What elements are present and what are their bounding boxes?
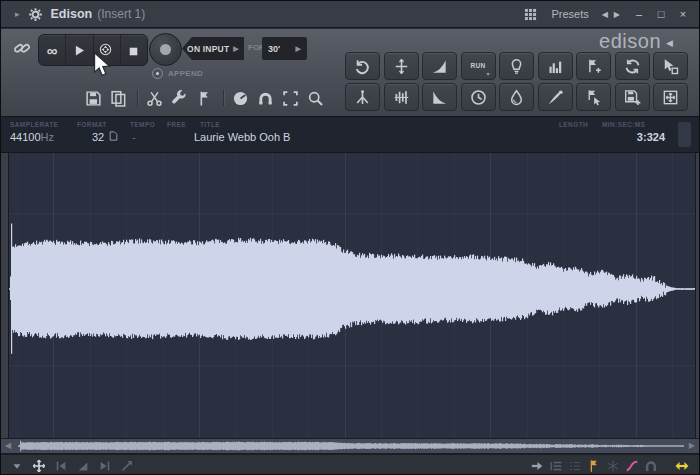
append-label: APPEND [168, 69, 203, 78]
chevron-right-icon: ▶ [296, 45, 301, 53]
reload-sample-button[interactable] [615, 52, 650, 80]
run-script-button[interactable]: RUN▾ [461, 52, 496, 80]
declick-icon[interactable] [605, 458, 620, 473]
normalize-button[interactable] [384, 83, 419, 111]
copy-sample-icon[interactable] [110, 90, 127, 107]
process-tools-grid: RUN▾ [345, 52, 692, 114]
format-label: FORMAT [77, 121, 107, 128]
preset-browser-icon[interactable] [524, 8, 537, 21]
window-subtitle: (Insert 1) [97, 7, 145, 21]
overview-waveform-canvas[interactable] [18, 439, 684, 453]
edison-window: ▸ Edison (Insert 1) Presets ◀ ▶ – □ × ∞ … [0, 0, 700, 475]
record-icon [160, 44, 171, 55]
follow-playback-icon[interactable] [529, 458, 544, 473]
scroll-left-icon[interactable]: ◀ [5, 441, 11, 450]
zoom-tool-icon[interactable] [307, 90, 324, 107]
append-radio[interactable]: APPEND [152, 68, 203, 79]
sample-title-value[interactable]: Laurie Webb Ooh B [194, 131, 290, 143]
send-to-playlist-button[interactable] [653, 83, 688, 111]
edit-tools-strip [85, 88, 332, 108]
pan-tool-icon[interactable] [31, 458, 46, 473]
record-button[interactable] [149, 33, 182, 66]
time-stretch-button[interactable] [461, 83, 496, 111]
record-trigger-label: ON INPUT [187, 44, 229, 54]
close-button[interactable]: × [677, 8, 689, 20]
record-mode-button[interactable] [93, 35, 120, 65]
minimize-button[interactable]: – [633, 8, 645, 20]
view-options-dropdown-icon[interactable] [9, 458, 24, 473]
waveform-canvas[interactable] [9, 153, 697, 438]
select-region-icon[interactable] [282, 90, 299, 107]
add-marker-button[interactable] [576, 52, 611, 80]
region-list-alt-icon[interactable] [567, 458, 582, 473]
remove-dc-offset-button[interactable] [384, 52, 419, 80]
save-sample-icon[interactable] [85, 90, 102, 107]
length-value: 3:324 [637, 131, 665, 143]
seek-start-icon[interactable] [53, 458, 68, 473]
insert-marker-icon[interactable] [196, 90, 213, 107]
reverse-polarity-button[interactable] [345, 52, 380, 80]
edison-logo: edison [599, 30, 661, 53]
editor-right-edge [695, 153, 699, 438]
loop-selection-icon[interactable] [674, 458, 689, 473]
resize-handle-icon[interactable] [119, 458, 134, 473]
samplerate-value: 44100Hz [10, 131, 54, 143]
bottom-right-tools [529, 458, 689, 473]
toolbar: ∞ ON INPUT ▶ FOR 30' ▶ APPEND RUN▾ ediso… [1, 29, 699, 116]
preset-next-icon[interactable]: ▶ [614, 10, 620, 19]
preview-disc-icon[interactable] [232, 90, 249, 107]
region-list-icon[interactable] [548, 458, 563, 473]
toolbar-divider [223, 90, 224, 106]
editor-left-edge [1, 153, 9, 438]
tempo-value[interactable]: - [132, 131, 136, 143]
snap-magnet-icon[interactable] [257, 90, 274, 107]
loop-button[interactable]: ∞ [39, 35, 65, 65]
equalize-button[interactable] [538, 52, 573, 80]
title-bar: ▸ Edison (Insert 1) Presets ◀ ▶ – □ × [1, 1, 699, 28]
edit-wrench-icon[interactable] [171, 90, 188, 107]
convert-to-mono-button[interactable] [345, 83, 380, 111]
cut-icon[interactable] [146, 90, 163, 107]
play-button[interactable] [65, 35, 92, 65]
maximize-button[interactable]: □ [655, 8, 667, 20]
smooth-curve-icon[interactable] [624, 458, 639, 473]
presets-label[interactable]: Presets [551, 8, 588, 20]
collapse-arrow-icon[interactable]: ▸ [15, 9, 20, 19]
overview-scrollbar[interactable]: ◀ ▶ [1, 438, 699, 454]
bottom-left-tools [9, 458, 134, 473]
transport-group: ∞ [38, 34, 148, 66]
loop-icon: ∞ [47, 43, 58, 58]
clean-up-button[interactable] [538, 83, 573, 111]
window-title: Edison [51, 7, 93, 21]
seek-end-icon[interactable] [97, 458, 112, 473]
time-format-label: MIN:SEC:MS [602, 121, 645, 128]
noise-removal-button[interactable] [499, 52, 534, 80]
play-mini-icon[interactable] [75, 458, 90, 473]
marker-flag-icon[interactable] [586, 458, 601, 473]
sample-info-bar: SAMPLERATE 44100Hz FORMAT 32 TEMPO - FRE… [1, 116, 699, 153]
snap-magnet-icon[interactable] [643, 458, 658, 473]
samplerate-label: SAMPLERATE [10, 121, 58, 128]
save-new-version-button[interactable] [615, 83, 650, 111]
title-label: TITLE [200, 121, 220, 128]
fade-out-button[interactable] [422, 83, 457, 111]
bottom-bar [1, 454, 699, 474]
record-duration-select[interactable]: 30' ▶ [262, 37, 307, 60]
stop-icon [128, 45, 139, 56]
scroll-right-icon[interactable]: ▶ [689, 441, 695, 450]
drag-marker-button[interactable] [576, 83, 611, 111]
format-value[interactable]: 32 [92, 131, 118, 143]
stop-button[interactable] [120, 35, 147, 65]
fade-in-button[interactable] [422, 52, 457, 80]
drag-copy-button[interactable] [653, 52, 688, 80]
link-icon[interactable] [13, 39, 31, 57]
logo-triangle-icon: ◀ [666, 38, 673, 48]
waveform-editor[interactable] [1, 153, 699, 438]
gear-icon[interactable] [28, 7, 43, 22]
length-label: LENGTH [559, 121, 588, 128]
record-mode-icon [99, 43, 114, 58]
preset-prev-icon[interactable]: ◀ [602, 10, 608, 19]
caret-down-icon: ▾ [486, 70, 489, 77]
blur-button[interactable] [499, 83, 534, 111]
record-trigger-select[interactable]: ON INPUT ▶ [182, 37, 244, 60]
